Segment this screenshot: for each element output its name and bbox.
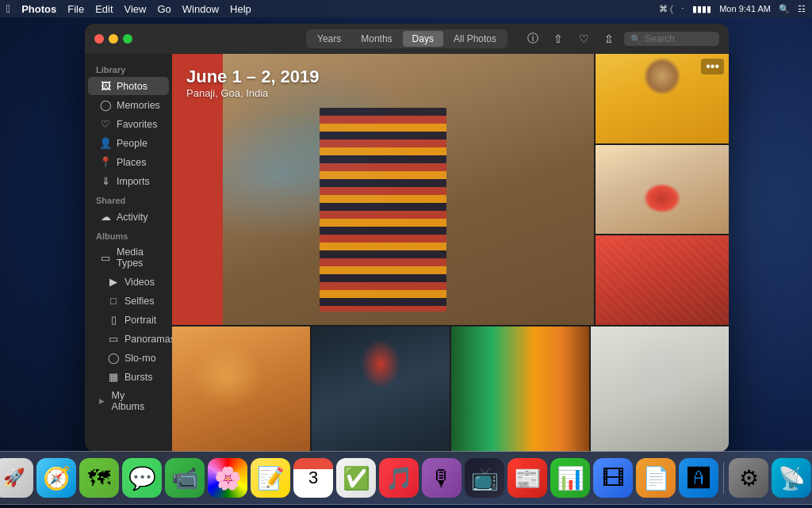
dock-item-numbers[interactable]: 📊 — [550, 458, 590, 498]
dock-item-news[interactable]: 📰 — [508, 458, 547, 498]
sidebar-item-panoramas[interactable]: ▭ Panoramas — [88, 330, 169, 348]
places-icon: 📍 — [99, 156, 112, 168]
maximize-button[interactable] — [123, 34, 132, 44]
library-section-label: Library — [85, 60, 172, 76]
sidebar-item-imports[interactable]: ⇓ Imports — [88, 172, 169, 190]
upload-button[interactable]: ⇧ — [548, 29, 569, 49]
search-box[interactable]: 🔍 — [624, 32, 719, 46]
bottom-photo-4[interactable] — [591, 327, 729, 452]
tab-all-photos[interactable]: All Photos — [444, 31, 506, 47]
share-button[interactable]: ⇫ — [599, 29, 619, 49]
dock-item-tv[interactable]: 📺 — [465, 458, 504, 498]
sidebar-item-places[interactable]: 📍 Places — [88, 153, 169, 171]
menu-go[interactable]: Go — [158, 3, 171, 15]
dock-item-facetime[interactable]: 📹 — [165, 458, 205, 498]
videos-icon: ▶ — [107, 276, 120, 288]
datetime: Mon 9:41 AM — [719, 4, 771, 13]
menu-edit[interactable]: Edit — [95, 3, 113, 15]
right-photo-2[interactable] — [596, 145, 729, 235]
wifi-icon: ⌘ 〈 — [659, 4, 673, 14]
bottom-photo-3[interactable] — [451, 327, 589, 452]
tab-days[interactable]: Days — [403, 31, 443, 47]
menu-help[interactable]: Help — [230, 3, 251, 15]
dock-item-notes[interactable]: 📝 — [251, 458, 290, 498]
favorite-button[interactable]: ♡ — [573, 29, 594, 49]
photos-icon: 🖼 — [99, 80, 112, 92]
menu-app-name[interactable]: Photos — [21, 3, 56, 15]
dock-item-calendar[interactable]: 3 — [293, 458, 333, 498]
bursts-icon: ▦ — [107, 371, 120, 383]
toolbar-right: ⓘ ⇧ ♡ ⇫ 🔍 — [523, 29, 719, 49]
photo-location: Panaji, Goa, India — [186, 87, 320, 99]
dock-item-airdrop[interactable]: 📡 — [772, 458, 811, 498]
people-icon: 👤 — [99, 137, 112, 149]
search-input[interactable] — [645, 33, 716, 44]
dock-item-podcasts[interactable]: 🎙 — [422, 458, 462, 498]
selfies-icon: □ — [107, 295, 120, 307]
memories-icon: ◯ — [99, 99, 112, 111]
tab-months[interactable]: Months — [351, 31, 401, 47]
dock-item-syspreferences[interactable]: ⚙ — [729, 458, 768, 498]
dock-item-music[interactable]: 🎵 — [379, 458, 419, 498]
close-button[interactable] — [94, 34, 104, 44]
menubar-right: ⌘ 〈 ⋅ ▮▮▮▮ Mon 9:41 AM 🔍 ☷ — [659, 4, 806, 14]
dock-item-launchpad[interactable]: 🚀 — [0, 458, 33, 498]
portrait-icon: ▯ — [107, 314, 120, 326]
info-button[interactable]: ⓘ — [523, 29, 543, 49]
photo-date: June 1 – 2, 2019 — [186, 67, 320, 87]
right-photo-1[interactable]: ••• — [596, 54, 729, 143]
user-icon[interactable]: ☷ — [798, 4, 806, 14]
sidebar-item-media-types[interactable]: ▭ Media Types — [88, 243, 169, 272]
battery-icon: ▮▮▮▮ — [692, 4, 711, 14]
imports-icon: ⇓ — [99, 175, 112, 187]
sidebar-item-photos[interactable]: 🖼 Photos — [88, 77, 169, 95]
menu-view[interactable]: View — [124, 3, 147, 15]
photo-grid: June 1 – 2, 2019 Panaji, Goa, India ••• — [172, 54, 729, 452]
dock-item-messages[interactable]: 💬 — [122, 458, 162, 498]
photo-area: June 1 – 2, 2019 Panaji, Goa, India ••• — [172, 54, 729, 452]
sidebar-item-people[interactable]: 👤 People — [88, 134, 169, 152]
my-albums-disclosure-icon: ▶ — [99, 397, 107, 405]
tab-years[interactable]: Years — [308, 31, 350, 47]
activity-icon: ☁ — [99, 211, 112, 223]
menu-file[interactable]: File — [67, 3, 84, 15]
favorites-icon: ♡ — [99, 118, 112, 130]
panoramas-icon: ▭ — [107, 333, 120, 345]
dock-item-maps[interactable]: 🗺 — [79, 458, 119, 498]
sidebar-item-activity[interactable]: ☁ Activity — [88, 208, 169, 226]
main-content: Library 🖼 Photos ◯ Memories ♡ Favorites … — [85, 54, 729, 452]
dock-item-appstore[interactable]: 🅰 — [679, 458, 718, 498]
sidebar-item-bursts[interactable]: ▦ Bursts — [88, 368, 169, 386]
menu-window[interactable]: Window — [182, 3, 219, 15]
more-button[interactable]: ••• — [701, 59, 724, 74]
dock-item-reminders[interactable]: ✅ — [336, 458, 376, 498]
shared-section-label: Shared — [85, 191, 172, 207]
bottom-photo-1[interactable] — [172, 327, 310, 452]
media-types-icon: ▭ — [99, 252, 112, 264]
sidebar-item-favorites[interactable]: ♡ Favorites — [88, 115, 169, 133]
sidebar-item-my-albums[interactable]: ▶ My Albums — [88, 387, 169, 415]
bluetooth-icon: ⋅ — [681, 4, 684, 14]
sidebar-item-portrait[interactable]: ▯ Portrait — [88, 311, 169, 329]
window-controls — [94, 34, 132, 44]
dock-item-photos[interactable]: 🌸 — [208, 458, 247, 498]
sidebar: Library 🖼 Photos ◯ Memories ♡ Favorites … — [85, 54, 172, 452]
apple-menu[interactable]:  — [6, 2, 10, 15]
sidebar-item-slo-mo[interactable]: ◯ Slo-mo — [88, 349, 169, 367]
dock-item-pages[interactable]: 📄 — [636, 458, 676, 498]
albums-section-label: Albums — [85, 227, 172, 243]
right-photo-3[interactable] — [596, 235, 729, 325]
photos-window: Years Months Days All Photos ⓘ ⇧ ♡ ⇫ 🔍 L… — [85, 24, 729, 452]
main-photo[interactable]: June 1 – 2, 2019 Panaji, Goa, India — [172, 54, 594, 325]
dock-separator — [723, 462, 724, 494]
bottom-photos — [172, 325, 729, 452]
search-icon[interactable]: 🔍 — [779, 4, 790, 14]
sidebar-item-selfies[interactable]: □ Selfies — [88, 292, 169, 310]
dock-item-keynote[interactable]: 🎞 — [593, 458, 633, 498]
sidebar-item-videos[interactable]: ▶ Videos — [88, 273, 169, 291]
bottom-photo-2[interactable] — [312, 327, 450, 452]
dock-item-safari[interactable]: 🧭 — [36, 458, 76, 498]
slo-mo-icon: ◯ — [107, 352, 120, 364]
sidebar-item-memories[interactable]: ◯ Memories — [88, 96, 169, 114]
minimize-button[interactable] — [109, 34, 118, 44]
